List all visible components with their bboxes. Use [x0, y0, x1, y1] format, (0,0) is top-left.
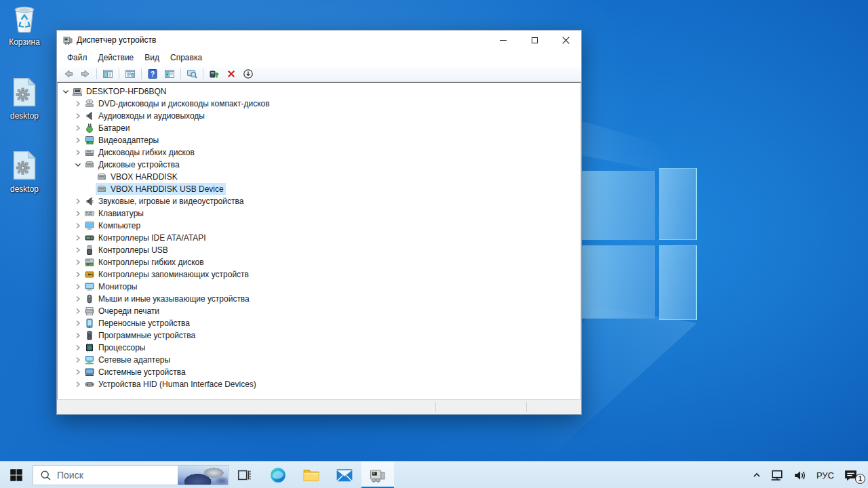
console-tree-button[interactable] [100, 66, 116, 81]
tree-item[interactable]: Компьютер [58, 220, 580, 232]
edge-icon [269, 466, 287, 484]
tree-item[interactable]: Системные устройства [58, 366, 580, 378]
chevron-up-icon [751, 469, 763, 481]
chevron-collapsed-icon[interactable] [73, 293, 83, 304]
chevron-collapsed-icon[interactable] [73, 245, 83, 256]
menu-view[interactable]: Вид [139, 51, 165, 64]
tray-network-button[interactable] [766, 462, 789, 488]
tree-item[interactable]: Контроллеры запоминающих устройств [58, 268, 580, 281]
chevron-collapsed-icon[interactable] [73, 135, 83, 146]
tree-item[interactable]: Аудиовходы и аудиовыходы [58, 110, 580, 122]
disable-device-button[interactable] [240, 66, 256, 81]
network-adapter-icon [84, 354, 95, 365]
chevron-expanded-icon[interactable] [73, 159, 83, 170]
tree-item-label: Процессоры [98, 342, 146, 354]
edge-taskbar-button[interactable] [262, 462, 294, 488]
tree-item[interactable]: Контроллеры USB [58, 244, 580, 256]
mail-icon [336, 466, 353, 484]
taskbar-search[interactable]: Поиск [33, 465, 229, 485]
tree-item[interactable]: Мониторы [58, 281, 580, 293]
logo-pane-bottom-left [582, 245, 655, 319]
tree-item[interactable]: Видеоадаптеры [58, 134, 580, 146]
tree-item[interactable]: VBOX HARDDISK USB Device [58, 183, 580, 195]
task-view-button[interactable] [228, 462, 260, 488]
tree-item[interactable]: Сетевые адаптеры [58, 354, 580, 366]
tree-item[interactable]: Очереди печати [58, 305, 580, 317]
desktop-icon-desktop-ini-1[interactable]: desktop [0, 77, 49, 121]
tree-item[interactable]: Контроллеры гибких дисков [58, 256, 580, 268]
statusbar-separator [435, 402, 436, 412]
uninstall-device-button[interactable] [223, 66, 239, 81]
tree-item[interactable]: Устройства HID (Human Interface Devices) [58, 378, 580, 390]
chevron-collapsed-icon[interactable] [73, 379, 83, 390]
tree-item[interactable]: Мыши и иные указывающие устройства [58, 293, 580, 305]
chevron-collapsed-icon[interactable] [73, 196, 83, 207]
tree-item[interactable]: Звуковые, игровые и видеоустройства [58, 195, 580, 207]
tree-item[interactable]: DESKTOP-HFD6BQN [58, 85, 580, 98]
search-highlight-image[interactable] [178, 466, 228, 485]
chevron-collapsed-icon[interactable] [73, 147, 83, 158]
tree-item[interactable]: VBOX HARDDISK [58, 171, 580, 183]
tree-item[interactable]: Дисковые устройства [58, 159, 580, 171]
chevron-expanded-icon[interactable] [60, 86, 71, 97]
toolbar-separator [141, 68, 142, 79]
software-device-icon [84, 330, 95, 341]
tree-item[interactable]: Клавиатуры [58, 207, 580, 220]
chevron-collapsed-icon[interactable] [73, 330, 83, 341]
tray-chevron-button[interactable] [747, 462, 766, 488]
titlebar[interactable]: Диспетчер устройств [57, 30, 581, 49]
chevron-collapsed-icon[interactable] [73, 281, 83, 292]
chevron-collapsed-icon[interactable] [73, 98, 83, 109]
device-manager-taskbar-button[interactable] [361, 462, 394, 488]
battery-icon [84, 123, 95, 134]
language-indicator[interactable]: РУС [811, 462, 840, 488]
tree-item-label: Клавиатуры [98, 207, 144, 220]
menu-file[interactable]: Файл [62, 51, 93, 64]
chevron-collapsed-icon[interactable] [73, 110, 83, 121]
menu-action[interactable]: Действие [93, 51, 140, 64]
desktop-icon-recycle-bin[interactable]: Корзина [0, 3, 49, 47]
tray-volume-button[interactable] [789, 462, 811, 488]
hid-device-icon [84, 379, 95, 390]
tree-item[interactable]: Батареи [58, 122, 580, 134]
tree-item[interactable]: Программные устройства [58, 329, 580, 342]
mail-taskbar-button[interactable] [328, 462, 361, 488]
chevron-collapsed-icon[interactable] [73, 342, 83, 353]
file-explorer-icon [302, 466, 320, 484]
update-driver-button[interactable] [206, 66, 222, 81]
chevron-collapsed-icon[interactable] [73, 354, 83, 365]
tree-item[interactable]: Переносные устройства [58, 317, 580, 329]
device-tree[interactable]: DESKTOP-HFD6BQNDVD-дисководы и дисководы… [57, 82, 581, 399]
speaker-icon [792, 468, 808, 483]
start-button[interactable] [0, 462, 33, 488]
toolbar-separator [119, 68, 119, 79]
tree-item[interactable]: DVD-дисководы и дисководы компакт-дисков [58, 98, 580, 110]
action-center-button[interactable]: 1 [840, 462, 868, 488]
chevron-collapsed-icon[interactable] [73, 232, 83, 243]
chevron-collapsed-icon[interactable] [73, 269, 83, 280]
back-button[interactable] [60, 66, 77, 81]
chevron-collapsed-icon[interactable] [73, 123, 83, 134]
scan-hardware-button[interactable] [184, 66, 200, 81]
minimize-button[interactable] [488, 30, 519, 49]
tree-item-label: Компьютер [98, 220, 140, 232]
properties-button[interactable] [122, 66, 138, 81]
chevron-collapsed-icon[interactable] [73, 306, 83, 317]
file-explorer-taskbar-button[interactable] [295, 462, 328, 488]
tree-item[interactable]: Процессоры [58, 342, 580, 354]
toolbar-separator [96, 68, 97, 79]
chevron-collapsed-icon[interactable] [73, 220, 83, 231]
chevron-collapsed-icon[interactable] [73, 257, 83, 268]
maximize-button[interactable] [519, 30, 550, 49]
chevron-collapsed-icon[interactable] [73, 367, 83, 378]
tree-item[interactable]: Контроллеры IDE ATA/ATAPI [58, 232, 580, 244]
chevron-collapsed-icon[interactable] [73, 208, 83, 219]
desktop-icon-desktop-ini-2[interactable]: desktop [0, 150, 49, 194]
menu-help[interactable]: Справка [165, 51, 208, 64]
close-button[interactable] [550, 30, 581, 49]
forward-button[interactable] [77, 66, 94, 81]
action-pane-button[interactable] [161, 66, 178, 81]
help-button[interactable]: ? [144, 66, 161, 81]
chevron-collapsed-icon[interactable] [73, 318, 83, 329]
tree-item[interactable]: Дисководы гибких дисков [58, 146, 580, 159]
